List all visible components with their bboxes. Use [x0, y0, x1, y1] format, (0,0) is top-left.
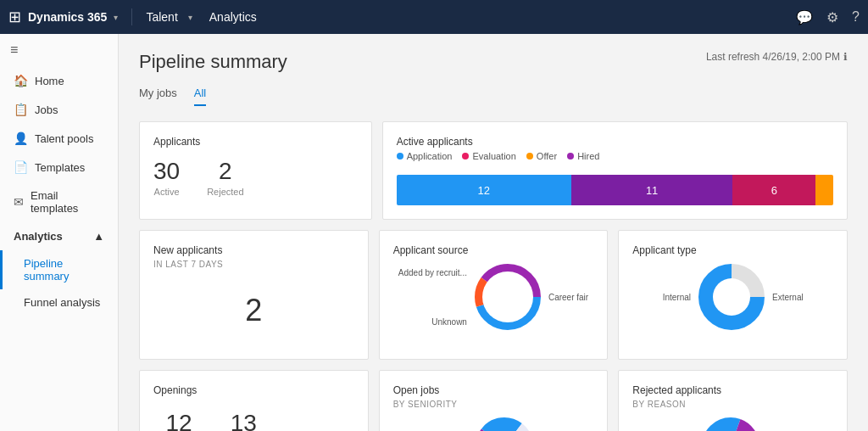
legend-application-label: Application	[407, 151, 453, 161]
applicant-source-card: Applicant source Added by recruit... — U…	[379, 230, 609, 360]
bar-offer: 6	[732, 175, 815, 205]
sidebar-analytics-chevron: ▲	[93, 230, 104, 243]
rejected-app-title: Rejected applicants	[632, 384, 833, 396]
legend-evaluation-dot	[462, 153, 469, 160]
active-label: Active	[153, 187, 180, 197]
applicant-type-chart: Internal External	[632, 263, 833, 331]
active-stat: 30 Active	[153, 158, 180, 197]
applicants-stats: 30 Active 2 Rejected	[153, 158, 358, 197]
top-nav: ⊞ Dynamics 365 ▾ Talent ▾ Analytics 💬 ⚙ …	[0, 0, 868, 34]
applicant-type-title: Applicant type	[632, 244, 833, 256]
new-applicants-count: 2	[153, 276, 354, 345]
sidebar-email-templates-label: Email templates	[31, 189, 104, 215]
rejected-label: Rejected	[207, 187, 243, 197]
sidebar-hamburger[interactable]: ≡	[0, 34, 118, 66]
legend-hired: Hired	[567, 151, 599, 161]
open-jobs-card: Open jobs BY SENIORITY Default Mid senio…	[379, 370, 609, 431]
cards-row3: Openings 12 Requisitions 13 Positions Op…	[139, 370, 848, 431]
legend-application-dot	[397, 153, 403, 160]
chat-icon[interactable]: 💬	[796, 9, 813, 25]
last-refresh-text: Last refresh 4/26/19, 2:00 PM	[706, 51, 840, 63]
legend-offer: Offer	[526, 151, 557, 161]
legend-offer-label: Offer	[537, 151, 557, 161]
home-icon: 🏠	[14, 74, 28, 87]
bar-evaluation: 11	[571, 175, 733, 205]
sidebar-item-jobs[interactable]: 📋 Jobs	[0, 95, 118, 124]
svg-point-7	[713, 278, 750, 316]
active-count: 30	[153, 158, 180, 185]
openings-title: Openings	[153, 384, 354, 396]
legend-evaluation-label: Evaluation	[472, 151, 515, 161]
openings-card: Openings 12 Requisitions 13 Positions	[139, 370, 369, 431]
jobs-icon: 📋	[14, 103, 28, 116]
brand-chevron[interactable]: ▾	[114, 13, 118, 22]
sidebar-pipeline-summary[interactable]: Pipeline summary	[0, 250, 118, 289]
sidebar-templates-label: Templates	[35, 161, 85, 174]
sidebar-funnel-label: Funnel analysis	[24, 296, 100, 309]
cards-row1: Applicants 30 Active 2 Rejected Active a…	[139, 121, 848, 220]
rejected-applicants-card: Rejected applicants BY REASON Experience	[618, 370, 848, 431]
applicants-title: Applicants	[153, 136, 358, 148]
sidebar-item-home[interactable]: 🏠 Home	[0, 66, 118, 95]
rejected-stat: 2 Rejected	[207, 158, 243, 197]
rejected-app-donut	[700, 416, 761, 431]
rejected-app-chart: Experience Assessment	[632, 416, 833, 431]
module-chevron[interactable]: ▾	[188, 13, 192, 22]
tabs: My jobs All	[139, 87, 848, 106]
nav-left: ⊞ Dynamics 365 ▾ Talent ▾ Analytics	[8, 8, 257, 26]
sidebar-item-email-templates[interactable]: ✉ Email templates	[0, 182, 118, 222]
apps-grid-icon[interactable]: ⊞	[8, 8, 21, 26]
sidebar-talent-pools-label: Talent pools	[35, 132, 93, 145]
page-title: Pipeline summary	[139, 51, 287, 73]
positions-stat: 13 Positions	[225, 410, 263, 431]
help-icon[interactable]: ?	[852, 9, 860, 25]
req-count: 12	[153, 410, 204, 431]
sidebar-analytics-section[interactable]: Analytics ▲	[0, 222, 118, 250]
active-applicants-title: Active applicants	[397, 136, 833, 148]
source-label-career: Career fair	[548, 293, 588, 302]
requisitions-stat: 12 Requisitions	[153, 410, 204, 431]
legend-evaluation: Evaluation	[462, 151, 515, 161]
email-icon: ✉	[14, 195, 24, 209]
open-jobs-chart: Default Mid senior lev... Executive	[393, 416, 594, 431]
type-label-external: External	[772, 293, 804, 302]
tab-my-jobs[interactable]: My jobs	[139, 87, 177, 106]
svg-point-4	[489, 278, 526, 316]
content-header: Pipeline summary Last refresh 4/26/19, 2…	[139, 51, 848, 73]
openings-stats: 12 Requisitions 13 Positions	[153, 410, 354, 431]
rejected-count: 2	[207, 158, 243, 185]
last-refresh: Last refresh 4/26/19, 2:00 PM ℹ	[706, 51, 848, 63]
applicant-type-donut	[698, 263, 765, 331]
open-jobs-title: Open jobs	[393, 384, 594, 396]
tab-all[interactable]: All	[194, 87, 206, 106]
active-applicants-card: Active applicants Application Evaluation…	[382, 121, 848, 220]
info-icon[interactable]: ℹ	[843, 51, 848, 63]
type-label-internal: Internal	[663, 293, 691, 302]
templates-icon: 📄	[14, 160, 28, 174]
sidebar-jobs-label: Jobs	[35, 104, 58, 116]
sidebar-home-label: Home	[35, 75, 64, 87]
open-jobs-donut	[474, 416, 535, 431]
legend-hired-dot	[567, 153, 574, 160]
legend-application: Application	[397, 151, 453, 161]
sidebar-funnel-analysis[interactable]: Funnel analysis	[0, 289, 118, 316]
new-applicants-title: New applicants	[153, 244, 354, 256]
bar-application: 12	[397, 175, 571, 205]
sidebar-item-talent-pools[interactable]: 👤 Talent pools	[0, 124, 118, 153]
active-applicants-legend: Application Evaluation Offer Hired	[397, 151, 833, 161]
stacked-bar: 12 11 6	[397, 175, 833, 205]
talent-pools-icon: 👤	[14, 132, 28, 145]
source-label-unknown: Unknown	[398, 317, 467, 327]
brand-name[interactable]: Dynamics 365	[28, 10, 107, 24]
applicant-source-donut	[474, 263, 542, 331]
nav-divider	[131, 8, 132, 25]
sidebar-item-templates[interactable]: 📄 Templates	[0, 153, 118, 182]
gear-icon[interactable]: ⚙	[826, 9, 838, 25]
bar-hired	[815, 175, 833, 205]
new-applicants-subtitle: IN LAST 7 DAYS	[153, 260, 354, 269]
module-name[interactable]: Talent	[146, 10, 177, 24]
main-layout: ≡ 🏠 Home 📋 Jobs 👤 Talent pools 📄 Templat…	[0, 34, 868, 431]
analytics-label: Analytics	[209, 10, 257, 24]
applicants-card: Applicants 30 Active 2 Rejected	[139, 121, 372, 220]
applicant-type-card: Applicant type Internal External	[618, 230, 848, 360]
